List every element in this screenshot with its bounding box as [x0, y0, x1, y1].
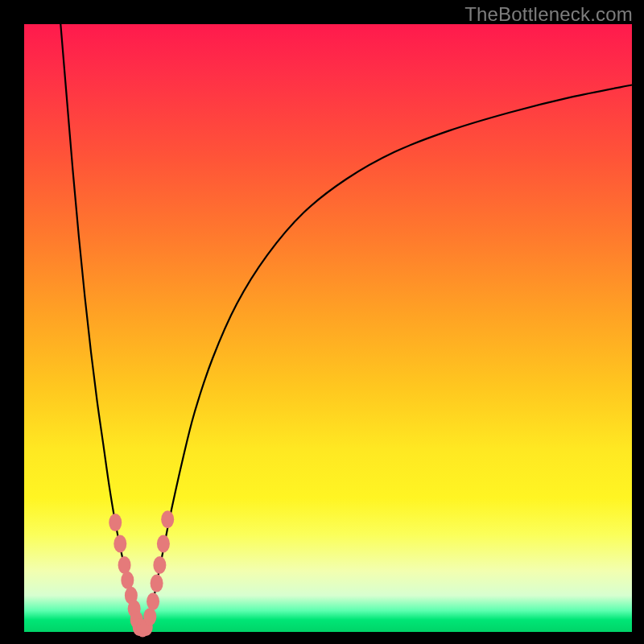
data-marker: [151, 575, 163, 592]
curve-layer: [24, 24, 632, 632]
data-marker: [114, 535, 126, 553]
plot-area: [24, 24, 632, 632]
data-marker: [157, 535, 170, 553]
watermark-text: TheBottleneck.com: [464, 3, 633, 26]
data-marker: [161, 510, 174, 528]
data-marker: [153, 556, 166, 574]
curve-left: [60, 24, 138, 625]
data-marker: [121, 572, 134, 589]
data-markers: [109, 510, 174, 637]
data-marker: [143, 608, 156, 625]
data-marker: [147, 592, 159, 610]
data-marker: [109, 514, 122, 531]
data-marker: [118, 556, 131, 574]
chart-frame: TheBottleneck.com: [0, 0, 644, 644]
curve-right: [147, 85, 632, 625]
